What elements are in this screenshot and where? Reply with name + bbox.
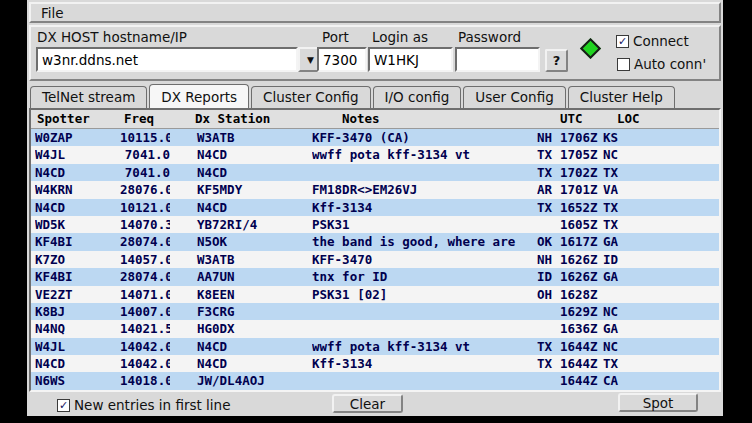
spot-button[interactable]: Spot bbox=[618, 393, 698, 412]
connect-checkbox[interactable]: ✓ bbox=[616, 35, 629, 48]
cell-loc bbox=[603, 286, 719, 303]
cell-dx: N4CD bbox=[170, 338, 312, 355]
cell-loc: GA bbox=[603, 320, 719, 337]
cell-dx: N5OK bbox=[170, 233, 312, 250]
cell-dx: YB72RI/4 bbox=[170, 216, 312, 233]
cell-spotter: N4NQ bbox=[35, 320, 120, 337]
tab-telnet-stream[interactable]: TelNet stream bbox=[30, 86, 147, 108]
cell-st: NH bbox=[537, 129, 560, 146]
tab-cluster-config[interactable]: Cluster Config bbox=[251, 86, 371, 108]
question-mark-icon: ? bbox=[553, 53, 561, 68]
app-window: File DX HOST hostname/IP ▼ Port Login as… bbox=[27, 0, 723, 416]
new-entries-checkbox-row[interactable]: ✓ New entries in first line bbox=[57, 397, 230, 413]
cell-freq: 28074.0 bbox=[120, 233, 170, 250]
connection-status-icon bbox=[580, 38, 601, 59]
table-row[interactable]: W0ZAP10115.0W3ATBKFF-3470 (CA)NH1706ZKS bbox=[31, 129, 719, 146]
menu-file[interactable]: File bbox=[31, 5, 74, 21]
table-row[interactable]: N4CD14042.0N4CDKff-3134TX1644ZTX bbox=[31, 355, 719, 372]
cell-notes bbox=[312, 303, 537, 320]
cell-dx: N4CD bbox=[170, 355, 312, 372]
cell-loc: TX bbox=[603, 355, 719, 372]
cell-freq: 14042.0 bbox=[120, 355, 170, 372]
cell-utc: 1705Z bbox=[560, 146, 603, 163]
table-row[interactable]: WD5K14070.3YB72RI/4PSK311605ZTX bbox=[31, 216, 719, 233]
cell-loc: NC bbox=[603, 338, 719, 355]
cell-st: OK bbox=[537, 233, 560, 250]
cell-notes: Kff-3134 bbox=[312, 199, 537, 216]
table-row[interactable]: K8BJ14007.0F3CRG1629ZNC bbox=[31, 303, 719, 320]
table-header: Spotter Freq Dx Station Notes UTC LOC bbox=[31, 110, 719, 129]
cell-loc: TX bbox=[603, 199, 719, 216]
table-row[interactable]: N6WS14018.0JW/DL4AOJ1644ZCA bbox=[31, 372, 719, 389]
password-input[interactable] bbox=[455, 47, 540, 72]
new-entries-checkbox[interactable]: ✓ bbox=[57, 399, 70, 412]
cell-utc: 1626Z bbox=[560, 268, 603, 285]
cell-utc: 1706Z bbox=[560, 129, 603, 146]
login-input[interactable] bbox=[368, 47, 453, 72]
cell-freq: 14071.0 bbox=[120, 286, 170, 303]
table-row[interactable]: W4JL14042.0N4CDwwff pota kff-3134 vtTX16… bbox=[31, 338, 719, 355]
table-row[interactable]: KF4BI28074.0AA7UNtnx for IDID1626ZGA bbox=[31, 268, 719, 285]
cell-st bbox=[537, 216, 560, 233]
cell-utc: 1617Z bbox=[560, 233, 603, 250]
connect-checkbox-row[interactable]: ✓ Connect bbox=[616, 33, 689, 49]
password-label: Password bbox=[458, 29, 521, 45]
auto-conn-checkbox[interactable] bbox=[617, 58, 630, 71]
cell-st bbox=[537, 372, 560, 389]
table-row[interactable]: K7ZO14057.0W3ATBKFF-3470NH1626ZID bbox=[31, 251, 719, 268]
port-input[interactable] bbox=[317, 47, 367, 72]
tab-cluster-help[interactable]: Cluster Help bbox=[568, 86, 675, 108]
cell-utc: 1644Z bbox=[560, 372, 603, 389]
cell-utc: 1605Z bbox=[560, 216, 603, 233]
cell-spotter: W0ZAP bbox=[35, 129, 120, 146]
cell-spotter: VE2ZT bbox=[35, 286, 120, 303]
table-row[interactable]: W4JL7041.0N4CDwwff pota kff-3134 vtTX170… bbox=[31, 146, 719, 163]
table-row[interactable]: W4KRN28076.0KF5MDYFM18DR<>EM26VJAR1701ZV… bbox=[31, 181, 719, 198]
cell-spotter: N4CD bbox=[35, 355, 120, 372]
cell-spotter: W4JL bbox=[35, 338, 120, 355]
table-body: W0ZAP10115.0W3ATBKFF-3470 (CA)NH1706ZKSW… bbox=[31, 129, 719, 390]
cell-utc: 1701Z bbox=[560, 181, 603, 198]
auto-conn-checkbox-row[interactable]: Auto conn' bbox=[617, 56, 706, 72]
cell-dx: N4CD bbox=[170, 146, 312, 163]
cell-loc: GA bbox=[603, 268, 719, 285]
cell-spotter: N4CD bbox=[35, 199, 120, 216]
cell-spotter: N6WS bbox=[35, 372, 120, 389]
new-entries-label: New entries in first line bbox=[74, 397, 230, 413]
table-row[interactable]: N4CD7041.0N4CDTX1702ZTX bbox=[31, 164, 719, 181]
cell-spotter: K8BJ bbox=[35, 303, 120, 320]
cell-freq: 14007.0 bbox=[120, 303, 170, 320]
tab-user-config[interactable]: User Config bbox=[463, 86, 565, 108]
cell-freq: 10121.0 bbox=[120, 199, 170, 216]
cell-spotter: W4KRN bbox=[35, 181, 120, 198]
cell-loc: CA bbox=[603, 372, 719, 389]
cell-st bbox=[537, 320, 560, 337]
tab-dx-reports[interactable]: DX Reports bbox=[149, 84, 249, 108]
table-row[interactable]: VE2ZT14071.0K8EENPSK31 [02]OH1628Z bbox=[31, 286, 719, 303]
cell-notes: PSK31 bbox=[312, 216, 537, 233]
table-row[interactable]: N4CD10121.0N4CDKff-3134TX1652ZTX bbox=[31, 199, 719, 216]
connection-panel: DX HOST hostname/IP ▼ Port Login as Pass… bbox=[29, 25, 721, 81]
cell-loc: KS bbox=[603, 129, 719, 146]
cell-st: TX bbox=[537, 338, 560, 355]
header-dx-station: Dx Station bbox=[170, 110, 312, 128]
cell-freq: 28076.0 bbox=[120, 181, 170, 198]
cell-utc: 1652Z bbox=[560, 199, 603, 216]
cell-utc: 1644Z bbox=[560, 338, 603, 355]
cell-utc: 1626Z bbox=[560, 251, 603, 268]
password-help-button[interactable]: ? bbox=[545, 49, 568, 72]
cell-st: ID bbox=[537, 268, 560, 285]
cell-loc: GA bbox=[603, 233, 719, 250]
cell-dx: HG0DX bbox=[170, 320, 312, 337]
cell-utc: 1629Z bbox=[560, 303, 603, 320]
table-row[interactable]: N4NQ14021.5HG0DX1636ZGA bbox=[31, 320, 719, 337]
cell-notes: wwff pota kff-3134 vt bbox=[312, 146, 537, 163]
cell-freq: 14057.0 bbox=[120, 251, 170, 268]
table-row[interactable]: KF4BI28074.0N5OKthe band is good, where … bbox=[31, 233, 719, 250]
tab-i-o-config[interactable]: I/O config bbox=[373, 86, 462, 108]
host-input[interactable] bbox=[36, 47, 298, 72]
cell-freq: 14021.5 bbox=[120, 320, 170, 337]
cell-notes: PSK31 [02] bbox=[312, 286, 537, 303]
cell-freq: 14070.3 bbox=[120, 216, 170, 233]
clear-button[interactable]: Clear bbox=[332, 394, 403, 413]
